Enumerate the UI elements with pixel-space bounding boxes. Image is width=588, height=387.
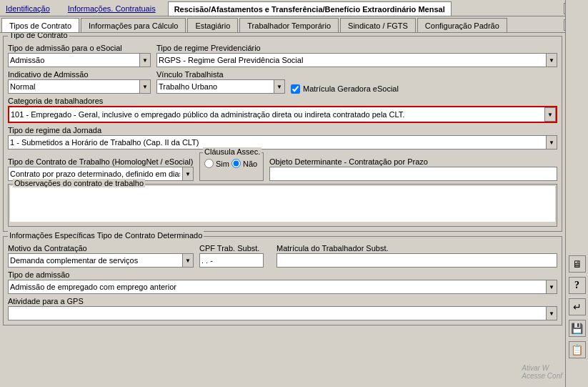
field-matricula-subst: Matrícula do Trabalhador Subst. xyxy=(276,244,557,268)
field-categoria: Categoria de trabalhadores 101 - Emprega… xyxy=(8,97,557,123)
indicativo-label: Indicativo de Admissão xyxy=(8,70,151,79)
matricula-subst-label: Matrícula do Trabalhador Subst. xyxy=(276,244,557,253)
field-admissao: Tipo de admissão para o eSocial Admissão… xyxy=(8,44,151,67)
admissao-label: Tipo de admissão para o eSocial xyxy=(8,44,151,52)
field-objeto: Objeto Determinante - Contratação por Pr… xyxy=(269,157,557,181)
jornada-select[interactable]: 1 - Submetidos a Horário de Trabalho (Ca… xyxy=(8,135,557,150)
cpf-label: CPF Trab. Subst. xyxy=(199,244,271,253)
atividade-gps-label: Atividade para a GPS xyxy=(8,297,557,305)
tab-tipos-contrato[interactable]: Tipos de Contrato xyxy=(1,18,79,32)
vinculo-label: Vínculo Trabalhista xyxy=(156,70,285,79)
field-matricula: Matrícula Geradora eSocial xyxy=(291,74,557,94)
document-icon: 📋 xyxy=(571,344,583,356)
field-cpf: CPF Trab. Subst. xyxy=(199,244,271,268)
clausula-radio-row: Sim Não xyxy=(204,159,259,168)
observacoes-label: Observações do contrato de trabalho xyxy=(13,179,145,187)
tipo-contrato-group: Tipo de Contrato Tipo de admissão para o… xyxy=(3,36,562,232)
clausula-radio-group: Cláusula Assec. Sim Não xyxy=(199,152,264,181)
row-contrato-trabalho: Tipo de Contrato de Trabalho (HomologNet… xyxy=(8,152,557,181)
previdencia-select-wrapper: RGPS - Regime Geral Previdência SocialRP… xyxy=(156,53,557,67)
save-btn[interactable]: 💾 xyxy=(569,320,586,337)
field-tipo-admissao: Tipo de admissão Admissão de empregado c… xyxy=(8,270,557,294)
field-previdencia: Tipo de regime Previdenciário RGPS - Reg… xyxy=(156,44,557,67)
watermark-text: Ativar W xyxy=(522,364,562,372)
field-atividade-gps: Atividade para a GPS ▼ xyxy=(8,297,557,320)
motivo-label: Motivo da Contratação xyxy=(8,244,194,253)
tab-estagiario[interactable]: Estagiário xyxy=(187,18,238,32)
objeto-input[interactable] xyxy=(269,167,557,181)
matricula-checkbox[interactable] xyxy=(291,84,300,94)
watermark: Ativar W Acesse Conf xyxy=(522,364,562,380)
tipo-admissao-select-wrapper: Admissão de empregado com emprego anteri… xyxy=(8,280,557,294)
matricula-label: Matrícula Geradora eSocial xyxy=(303,84,399,93)
admissao-select[interactable]: AdmissãoAdmissão por transferênciaAdmiss… xyxy=(8,53,151,67)
secondary-nav: Tipos de Contrato Informações para Cálcu… xyxy=(0,16,588,33)
categoria-select-wrapper: 101 - Empregado - Geral, inclusive o emp… xyxy=(8,106,557,123)
tipo-contrato-title: Tipo de Contrato xyxy=(8,33,69,39)
field-jornada: Tipo de regime da Jornada 1 - Submetidos… xyxy=(8,126,557,150)
top-nav: Identificação Informações. Contratuais R… xyxy=(0,0,588,16)
tab-informacoes-calculo[interactable]: Informações para Cálculo xyxy=(81,18,186,32)
objeto-label: Objeto Determinante - Contratação por Pr… xyxy=(269,157,557,166)
matricula-subst-input[interactable] xyxy=(276,253,557,268)
row-admissao-previdencia: Tipo de admissão para o eSocial Admissão… xyxy=(8,44,557,67)
motivo-select-wrapper: Demanda complementar de serviçosAtividad… xyxy=(8,253,194,268)
document-btn[interactable]: 📋 xyxy=(569,341,586,358)
monitor-icon: 🖥 xyxy=(572,258,582,270)
back-btn[interactable]: ↵ xyxy=(569,298,586,315)
indicativo-select[interactable]: NormalTransferênciaContrato de trabalho … xyxy=(8,79,151,94)
clausula-title: Cláusula Assec. xyxy=(203,147,261,156)
observacoes-textarea[interactable] xyxy=(10,186,555,222)
categoria-select[interactable]: 101 - Empregado - Geral, inclusive o emp… xyxy=(9,107,556,122)
field-vinculo: Vínculo Trabalhista Trabalho UrbanoTraba… xyxy=(156,70,285,94)
clausula-sim-label: Sim xyxy=(216,160,229,168)
motivo-select[interactable]: Demanda complementar de serviçosAtividad… xyxy=(8,253,194,268)
vinculo-select[interactable]: Trabalho UrbanoTrabalho RuralTrabalho Do… xyxy=(156,79,285,94)
tab-identificacao[interactable]: Identificação xyxy=(0,1,56,16)
clausula-sim-radio[interactable] xyxy=(204,159,214,168)
contrato-trab-label: Tipo de Contrato de Trabalho (HomologNet… xyxy=(8,157,194,166)
informacoes-especificas-title: Informações Específicas Tipo de Contrato… xyxy=(8,231,204,240)
categoria-label: Categoria de trabalhadores xyxy=(8,97,557,105)
tipo-admissao-select[interactable]: Admissão de empregado com emprego anteri… xyxy=(8,280,557,294)
vinculo-select-wrapper: Trabalho UrbanoTrabalho RuralTrabalho Do… xyxy=(156,79,285,94)
tipo-admissao-label: Tipo de admissão xyxy=(8,270,557,279)
tab-trabalhador-temporario[interactable]: Trabalhador Temporário xyxy=(239,18,339,32)
informacoes-especificas-group: Informações Específicas Tipo de Contrato… xyxy=(3,236,562,325)
row-motivo: Motivo da Contratação Demanda complement… xyxy=(8,244,557,268)
previdencia-label: Tipo de regime Previdenciário xyxy=(156,44,557,52)
indicativo-select-wrapper: NormalTransferênciaContrato de trabalho … xyxy=(8,79,151,94)
tab-sindicato-fgts[interactable]: Sindicato / FGTS xyxy=(340,18,416,32)
save-icon: 💾 xyxy=(571,323,583,334)
field-contrato-trabalho: Tipo de Contrato de Trabalho (HomologNet… xyxy=(8,157,194,181)
clausula-nao-label: Não xyxy=(243,160,257,168)
right-sidebar: 🖥 ? ↵ 💾 📋 xyxy=(565,0,588,387)
row-indicativo-vinculo: Indicativo de Admissão NormalTransferênc… xyxy=(8,70,557,94)
back-icon: ↵ xyxy=(573,301,582,313)
atividade-gps-select[interactable] xyxy=(8,306,557,320)
jornada-label: Tipo de regime da Jornada xyxy=(8,126,557,134)
help-btn[interactable]: ? xyxy=(569,277,586,294)
watermark-subtext: Acesse Conf xyxy=(522,372,562,380)
tab-rescisao[interactable]: Rescisão/Afastamentos e Transferência/Be… xyxy=(168,1,452,16)
clausula-nao-radio[interactable] xyxy=(231,159,241,168)
help-icon: ? xyxy=(574,280,579,291)
field-observacoes: Observações do contrato de trabalho xyxy=(8,184,557,227)
previdencia-select[interactable]: RGPS - Regime Geral Previdência SocialRP… xyxy=(156,53,557,67)
field-indicativo: Indicativo de Admissão NormalTransferênc… xyxy=(8,70,151,94)
monitor-btn[interactable]: 🖥 xyxy=(569,255,586,273)
cpf-input[interactable] xyxy=(199,253,264,268)
admissao-select-wrapper: AdmissãoAdmissão por transferênciaAdmiss… xyxy=(8,53,151,67)
tab-informacoes-contratuais[interactable]: Informações. Contratuais xyxy=(62,1,161,16)
atividade-gps-select-wrapper: ▼ xyxy=(8,306,557,320)
jornada-select-wrapper: 1 - Submetidos a Horário de Trabalho (Ca… xyxy=(8,135,557,150)
field-motivo: Motivo da Contratação Demanda complement… xyxy=(8,244,194,268)
main-content: Tipo de Contrato Tipo de admissão para o… xyxy=(0,33,588,387)
tab-configuracao-padrao[interactable]: Configuração Padrão xyxy=(417,18,507,32)
